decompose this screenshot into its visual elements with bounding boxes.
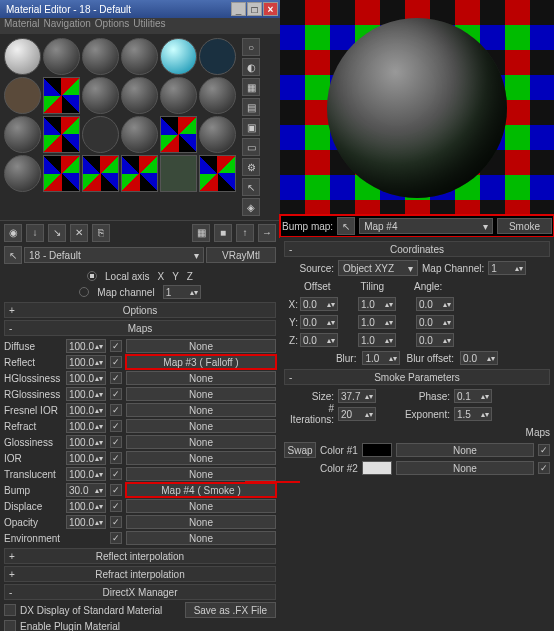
- pick-icon[interactable]: ↖: [4, 246, 22, 264]
- refract-spinner[interactable]: 100.0▴▾: [66, 419, 106, 433]
- menu-options[interactable]: Options: [95, 18, 129, 34]
- x-tiling[interactable]: 1.0▴▾: [358, 297, 396, 311]
- material-preview[interactable]: [280, 0, 554, 215]
- maps-rollout[interactable]: -Maps: [4, 320, 276, 336]
- ior-spinner[interactable]: 100.0▴▾: [66, 451, 106, 465]
- refract-check[interactable]: [110, 420, 122, 432]
- rgloss-check[interactable]: [110, 388, 122, 400]
- show-result-icon[interactable]: ■: [214, 224, 232, 242]
- hgloss-spinner[interactable]: 100.0▴▾: [66, 371, 106, 385]
- go-sibling-icon[interactable]: →: [258, 224, 276, 242]
- swatch[interactable]: [121, 155, 158, 192]
- maximize-button[interactable]: □: [247, 2, 262, 16]
- assign-icon[interactable]: ↘: [48, 224, 66, 242]
- y-offset[interactable]: 0.0▴▾: [300, 315, 338, 329]
- swatch[interactable]: [43, 38, 80, 75]
- menu-navigation[interactable]: Navigation: [44, 18, 91, 34]
- diffuse-spinner[interactable]: 100.0▴▾: [66, 339, 106, 353]
- phase-spinner[interactable]: 0.1▴▾: [454, 389, 492, 403]
- pick-icon[interactable]: ↖: [337, 217, 355, 235]
- titlebar[interactable]: Material Editor - 18 - Default _ □ ×: [0, 0, 280, 18]
- bump-map-button[interactable]: Map #4 ( Smoke ): [126, 483, 276, 497]
- sample-type-icon[interactable]: ○: [242, 38, 260, 56]
- opacity-spinner[interactable]: 100.0▴▾: [66, 515, 106, 529]
- blur-spinner[interactable]: 1.0▴▾: [362, 351, 400, 365]
- trans-map-button[interactable]: None: [126, 467, 276, 481]
- color1-swatch[interactable]: [362, 443, 392, 457]
- trans-check[interactable]: [110, 468, 122, 480]
- x-angle[interactable]: 0.0▴▾: [416, 297, 454, 311]
- show-map-icon[interactable]: ▦: [192, 224, 210, 242]
- reflect-map-button[interactable]: Map #3 ( Falloff ): [126, 355, 276, 369]
- size-spinner[interactable]: 37.7▴▾: [338, 389, 376, 403]
- swatch[interactable]: [160, 38, 197, 75]
- smoke-rollout[interactable]: -Smoke Parameters: [284, 369, 550, 385]
- swatch[interactable]: [43, 116, 80, 153]
- fresnel-check[interactable]: [110, 404, 122, 416]
- dx-display-check[interactable]: [4, 604, 16, 616]
- sample-uv-icon[interactable]: ▤: [242, 98, 260, 116]
- swatch[interactable]: [121, 116, 158, 153]
- swatch[interactable]: [82, 155, 119, 192]
- options-icon[interactable]: ⚙: [242, 158, 260, 176]
- z-tiling[interactable]: 1.0▴▾: [358, 333, 396, 347]
- swatch[interactable]: [199, 38, 236, 75]
- env-check[interactable]: [110, 532, 122, 544]
- bump-check[interactable]: [110, 484, 122, 496]
- clone-icon[interactable]: ⎘: [92, 224, 110, 242]
- menu-utilities[interactable]: Utilities: [133, 18, 165, 34]
- swatch[interactable]: [4, 77, 41, 114]
- minimize-button[interactable]: _: [231, 2, 246, 16]
- swatch[interactable]: [4, 38, 41, 75]
- ior-check[interactable]: [110, 452, 122, 464]
- trans-spinner[interactable]: 100.0▴▾: [66, 467, 106, 481]
- enable-plugin-check[interactable]: [4, 620, 16, 631]
- reflect-spinner[interactable]: 100.0▴▾: [66, 355, 106, 369]
- material-type-button[interactable]: VRayMtl: [206, 247, 276, 263]
- hgloss-check[interactable]: [110, 372, 122, 384]
- y-tiling[interactable]: 1.0▴▾: [358, 315, 396, 329]
- video-check-icon[interactable]: ▣: [242, 118, 260, 136]
- local-axis-radio[interactable]: [87, 271, 97, 281]
- opacity-check[interactable]: [110, 516, 122, 528]
- exp-spinner[interactable]: 1.5▴▾: [454, 407, 492, 421]
- swatch[interactable]: [4, 155, 41, 192]
- dxmgr-rollout[interactable]: -DirectX Manager: [4, 584, 276, 600]
- get-material-icon[interactable]: ◉: [4, 224, 22, 242]
- put-scene-icon[interactable]: ↓: [26, 224, 44, 242]
- gloss-map-button[interactable]: None: [126, 435, 276, 449]
- z-offset[interactable]: 0.0▴▾: [300, 333, 338, 347]
- gloss-spinner[interactable]: 100.0▴▾: [66, 435, 106, 449]
- x-offset[interactable]: 0.0▴▾: [300, 297, 338, 311]
- swatch[interactable]: [4, 116, 41, 153]
- menu-material[interactable]: Material: [4, 18, 40, 34]
- select-icon[interactable]: ↖: [242, 178, 260, 196]
- bluroff-spinner[interactable]: 0.0▴▾: [460, 351, 498, 365]
- coords-rollout[interactable]: -Coordinates: [284, 241, 550, 257]
- swatch[interactable]: [82, 77, 119, 114]
- ior-map-button[interactable]: None: [126, 451, 276, 465]
- hgloss-map-button[interactable]: None: [126, 371, 276, 385]
- background-icon[interactable]: ▦: [242, 78, 260, 96]
- swatch[interactable]: [199, 155, 236, 192]
- gloss-check[interactable]: [110, 436, 122, 448]
- swatch[interactable]: [43, 155, 80, 192]
- swatch[interactable]: [160, 77, 197, 114]
- go-parent-icon[interactable]: ↑: [236, 224, 254, 242]
- swatch[interactable]: [82, 116, 119, 153]
- backlight-icon[interactable]: ◐: [242, 58, 260, 76]
- rgloss-map-button[interactable]: None: [126, 387, 276, 401]
- color2-check[interactable]: [538, 462, 550, 474]
- y-angle[interactable]: 0.0▴▾: [416, 315, 454, 329]
- close-button[interactable]: ×: [263, 2, 278, 16]
- mapch-spinner[interactable]: 1▴▾: [488, 261, 526, 275]
- bumpmap-type-button[interactable]: Smoke: [497, 218, 552, 234]
- swatch[interactable]: [160, 155, 197, 192]
- material-slot-dropdown[interactable]: 18 - Default ▾: [24, 247, 204, 263]
- env-map-button[interactable]: None: [126, 531, 276, 545]
- swatch[interactable]: [199, 77, 236, 114]
- fresnel-spinner[interactable]: 100.0▴▾: [66, 403, 106, 417]
- delete-icon[interactable]: ✕: [70, 224, 88, 242]
- bumpmap-dropdown[interactable]: Map #4▾: [359, 218, 493, 234]
- map-channel-radio[interactable]: [79, 287, 89, 297]
